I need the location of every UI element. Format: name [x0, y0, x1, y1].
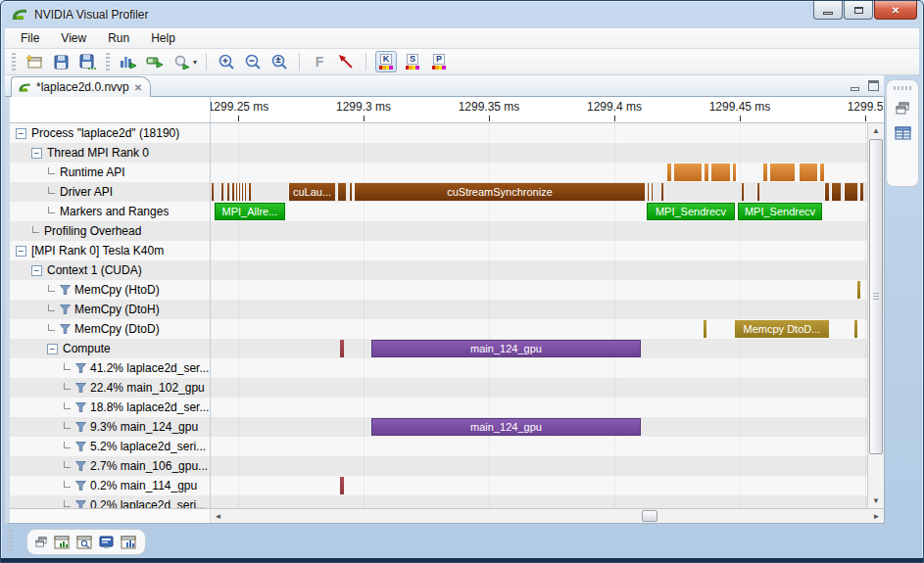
- tree-row[interactable]: 5.2% laplace2d_seri...: [10, 437, 210, 456]
- maximize-view-button[interactable]: [867, 79, 880, 91]
- menu-file[interactable]: File: [19, 29, 41, 47]
- scroll-down-arrow[interactable]: ▼: [868, 493, 884, 508]
- timeline-bar[interactable]: Memcpy DtoD...: [735, 320, 829, 338]
- minimize-button[interactable]: [813, 1, 843, 20]
- timeline-bar[interactable]: [831, 183, 841, 201]
- timeline-bar[interactable]: [660, 183, 663, 201]
- dock-drag-handle[interactable]: [9, 530, 13, 553]
- timeline-row[interactable]: [211, 300, 867, 319]
- timeline-bar[interactable]: [340, 340, 344, 357]
- timeline-bar[interactable]: cuLau...: [288, 183, 335, 201]
- timeline-row[interactable]: [211, 260, 867, 280]
- toolbar-drag-handle[interactable]: [12, 53, 16, 70]
- toolbar-drag-handle[interactable]: [106, 53, 110, 70]
- timeline-bar[interactable]: [651, 183, 653, 201]
- title-bar[interactable]: NVIDIA Visual Profiler ✕: [1, 1, 923, 28]
- timeline-row[interactable]: [211, 398, 867, 417]
- reset-view-button[interactable]: [335, 51, 357, 72]
- tree-row[interactable]: MemCpy (DtoH): [10, 300, 210, 319]
- timeline-bar[interactable]: cuStreamSynchronize: [354, 183, 645, 201]
- close-button[interactable]: ✕: [874, 1, 917, 20]
- filter-funnel-icon[interactable]: [75, 500, 86, 508]
- tree-row[interactable]: 22.4% main_102_gpu: [10, 378, 210, 398]
- timeline-bar[interactable]: [741, 183, 744, 201]
- collapse-toggle-icon[interactable]: −: [47, 344, 58, 354]
- collapse-toggle-icon[interactable]: −: [16, 246, 26, 257]
- timeline-bar[interactable]: [819, 164, 824, 181]
- timeline-bar[interactable]: main_124_gpu: [371, 340, 641, 357]
- filter-funnel-icon[interactable]: [75, 422, 86, 432]
- filter-funnel-icon[interactable]: [60, 324, 71, 334]
- timeline-bar[interactable]: [824, 183, 829, 201]
- timeline-bar[interactable]: [756, 183, 759, 201]
- minimize-view-button[interactable]: [849, 79, 861, 91]
- timeline-row[interactable]: main_124_gpu: [211, 339, 867, 358]
- timeline-bar[interactable]: MPI_Allre...: [215, 203, 285, 220]
- timeline-bar[interactable]: [248, 183, 251, 201]
- timeline-row[interactable]: [211, 495, 867, 508]
- timeline-bar[interactable]: [647, 183, 649, 201]
- horizontal-scroll-thumb[interactable]: [642, 510, 657, 522]
- timeline-row[interactable]: [211, 476, 867, 495]
- timeline-bar[interactable]: [241, 183, 243, 201]
- console-view-button[interactable]: [99, 536, 114, 549]
- zoom-in-button[interactable]: [216, 51, 237, 72]
- timeline-bar[interactable]: [857, 281, 860, 299]
- timeline-bar[interactable]: [854, 320, 857, 338]
- tree-row[interactable]: Runtime API: [10, 163, 210, 182]
- zoom-fit-button[interactable]: [268, 51, 290, 72]
- timeline-row[interactable]: [211, 280, 867, 300]
- timeline-bar[interactable]: [673, 164, 702, 181]
- tree-row[interactable]: MemCpy (DtoD): [10, 319, 210, 339]
- timeline-bar[interactable]: [211, 183, 214, 201]
- timeline-row[interactable]: [211, 123, 867, 143]
- collect-metrics-button[interactable]: [170, 51, 192, 72]
- collapse-toggle-icon[interactable]: −: [31, 265, 42, 276]
- tree-row[interactable]: MemCpy (HtoD): [10, 280, 210, 300]
- timeline-bar[interactable]: [844, 183, 857, 201]
- filter-funnel-icon[interactable]: [75, 481, 86, 491]
- timeline-row[interactable]: [211, 163, 867, 182]
- timeline-row[interactable]: [211, 241, 867, 260]
- tab-laplace2d[interactable]: *laplace2d.0.nvvp ✕: [11, 76, 151, 97]
- timeline-bar[interactable]: [732, 164, 736, 181]
- analysis-view-button[interactable]: [54, 536, 70, 549]
- tree-row[interactable]: Driver API: [10, 182, 210, 202]
- timeline-bar[interactable]: [244, 183, 246, 201]
- menu-run[interactable]: Run: [106, 29, 131, 47]
- dock-drag-handle[interactable]: [894, 86, 911, 90]
- analyze-application-button[interactable]: [144, 51, 166, 72]
- scroll-left-arrow[interactable]: ◄: [211, 509, 225, 523]
- timeline-bar[interactable]: MPI_Sendrecv: [738, 203, 822, 220]
- timeline-bar[interactable]: [666, 164, 671, 181]
- new-session-button[interactable]: [24, 51, 45, 72]
- timeline-bar[interactable]: [704, 164, 708, 181]
- timeline-bar[interactable]: [710, 164, 730, 181]
- timeline-row[interactable]: [211, 143, 867, 163]
- save-as-button[interactable]: [76, 51, 98, 72]
- restore-views-button[interactable]: [35, 537, 47, 547]
- filter-funnel-icon[interactable]: [60, 305, 71, 314]
- filter-funnel-icon[interactable]: [75, 363, 86, 373]
- generate-timeline-button[interactable]: [118, 51, 139, 72]
- vertical-scroll-thumb[interactable]: [869, 139, 883, 454]
- process-coloring-button[interactable]: P: [428, 51, 450, 72]
- scroll-right-arrow[interactable]: ►: [869, 509, 884, 523]
- timeline-bar[interactable]: [238, 183, 240, 201]
- zoom-out-button[interactable]: [242, 51, 264, 72]
- timeline-bar[interactable]: [799, 164, 817, 181]
- filter-funnel-icon[interactable]: [75, 402, 86, 412]
- tree-row[interactable]: 2.7% main_106_gpu...: [10, 456, 210, 476]
- timeline-bar[interactable]: [859, 183, 863, 201]
- timeline-bar[interactable]: [769, 164, 795, 181]
- filter-funnel-icon[interactable]: [75, 383, 86, 393]
- tree-row[interactable]: Profiling Overhead: [10, 221, 210, 241]
- timeline-bar[interactable]: [231, 183, 234, 201]
- stream-coloring-button[interactable]: S: [402, 51, 423, 72]
- timeline-row[interactable]: main_124_gpu: [211, 417, 867, 437]
- filter-funnel-icon[interactable]: [75, 442, 86, 451]
- timeline-row[interactable]: [211, 358, 867, 378]
- timeline-bar[interactable]: [762, 164, 767, 181]
- scroll-up-arrow[interactable]: ▲: [868, 123, 884, 138]
- timeline-bar[interactable]: main_124_gpu: [371, 418, 641, 436]
